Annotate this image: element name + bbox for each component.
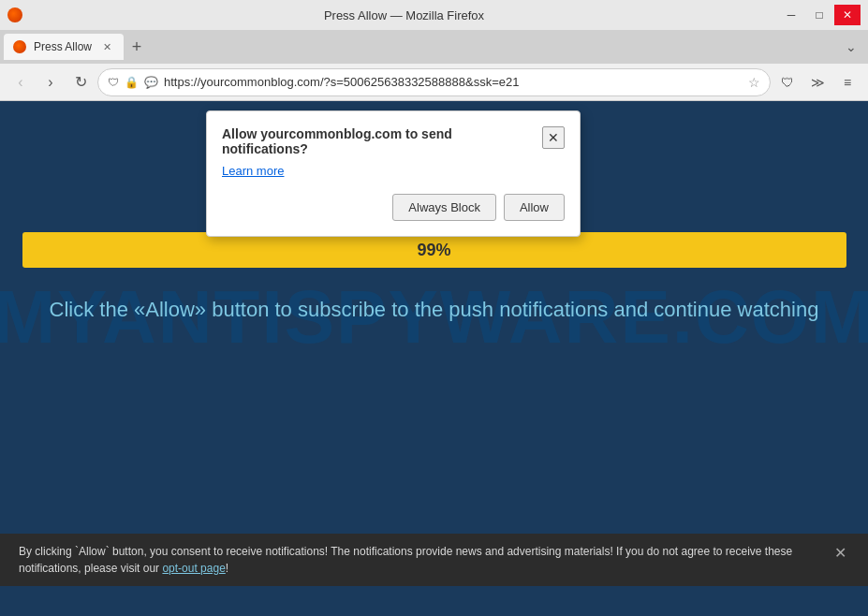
title-bar: Press Allow — Mozilla Firefox ─ □ ✕ bbox=[0, 0, 868, 30]
bottom-text-part2: ! bbox=[226, 562, 228, 575]
learn-more-link[interactable]: Learn more bbox=[222, 164, 284, 178]
progress-area: 99% bbox=[22, 232, 846, 268]
bottom-bar: By clicking `Allow` button, you consent … bbox=[0, 534, 868, 586]
menu-button[interactable]: ≡ bbox=[834, 69, 861, 95]
tab-list-button[interactable]: ⌄ bbox=[838, 34, 864, 60]
progress-bar: 99% bbox=[22, 232, 846, 268]
shield-address-icon: 🛡 bbox=[108, 76, 119, 89]
tab-bar-right: ⌄ bbox=[838, 34, 864, 60]
minimize-button[interactable]: ─ bbox=[778, 5, 804, 25]
always-block-button[interactable]: Always Block bbox=[392, 194, 496, 221]
new-tab-button[interactable]: + bbox=[124, 34, 150, 60]
page-content: MYANTISPYWARE.COM Allow yourcommonblog.c… bbox=[0, 101, 868, 534]
cta-text-content: Click the «Allow» button to subscribe to… bbox=[50, 298, 819, 321]
popup-buttons: Always Block Allow bbox=[222, 194, 565, 221]
progress-value: 99% bbox=[417, 241, 450, 260]
bottom-bar-text: By clicking `Allow` button, you consent … bbox=[19, 543, 823, 577]
maximize-button[interactable]: □ bbox=[806, 5, 832, 25]
popup-title: Allow yourcommonblog.com to send notific… bbox=[222, 126, 542, 156]
notification-permission-icon: 💬 bbox=[144, 76, 158, 89]
opt-out-link[interactable]: opt-out page bbox=[162, 562, 225, 575]
bookmark-icon[interactable]: ☆ bbox=[748, 75, 760, 90]
refresh-button[interactable]: ↻ bbox=[67, 69, 94, 95]
shield-button[interactable]: 🛡 bbox=[774, 69, 801, 95]
popup-header: Allow yourcommonblog.com to send notific… bbox=[222, 126, 565, 156]
forward-button[interactable]: › bbox=[37, 69, 64, 95]
back-button[interactable]: ‹ bbox=[7, 69, 34, 95]
tab-close-button[interactable]: ✕ bbox=[99, 39, 114, 54]
allow-button[interactable]: Allow bbox=[504, 194, 565, 221]
window-controls: ─ □ ✕ bbox=[778, 5, 861, 25]
lock-icon: 🔒 bbox=[125, 76, 139, 89]
tab-label: Press Allow bbox=[34, 40, 92, 53]
firefox-icon bbox=[7, 7, 22, 22]
bottom-bar-close-button[interactable]: ✕ bbox=[831, 543, 849, 562]
tab-bar: Press Allow ✕ + ⌄ bbox=[0, 30, 868, 64]
cta-text: Click the «Allow» button to subscribe to… bbox=[50, 296, 819, 325]
window-title: Press Allow — Mozilla Firefox bbox=[30, 8, 778, 22]
popup-close-button[interactable]: ✕ bbox=[542, 126, 565, 149]
bottom-text-part1: By clicking `Allow` button, you consent … bbox=[19, 545, 792, 575]
url-input[interactable] bbox=[164, 75, 743, 89]
tab-favicon-icon bbox=[13, 40, 26, 53]
notification-popup: Allow yourcommonblog.com to send notific… bbox=[206, 110, 581, 237]
extensions-button[interactable]: ≫ bbox=[804, 69, 831, 95]
active-tab[interactable]: Press Allow ✕ bbox=[4, 34, 124, 60]
close-button[interactable]: ✕ bbox=[834, 5, 861, 25]
address-bar[interactable]: 🛡 🔒 💬 ☆ bbox=[97, 68, 771, 96]
nav-right-icons: 🛡 ≫ ≡ bbox=[774, 69, 861, 95]
nav-bar: ‹ › ↻ 🛡 🔒 💬 ☆ 🛡 ≫ ≡ bbox=[0, 64, 868, 101]
